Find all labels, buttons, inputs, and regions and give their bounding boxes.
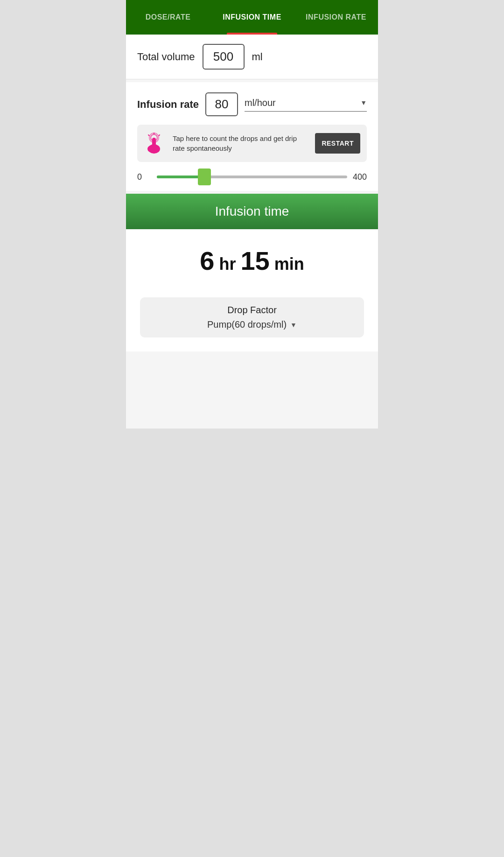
svg-point-4 bbox=[147, 146, 152, 152]
tap-banner[interactable]: Tap here to count the drops and get drip… bbox=[137, 125, 367, 162]
total-volume-row: Total volume 500 ml bbox=[137, 44, 367, 70]
restart-button[interactable]: RESTART bbox=[315, 133, 360, 154]
infusion-rate-unit-text: ml/hour bbox=[245, 98, 276, 108]
drop-factor-dropdown-arrow: ▼ bbox=[290, 321, 297, 329]
infusion-rate-unit-dropdown[interactable]: ml/hour ▼ bbox=[245, 98, 367, 112]
result-value-row: 6 hr 15 min bbox=[126, 229, 378, 288]
slider-thumb[interactable] bbox=[198, 169, 211, 185]
result-section: Infusion time 6 hr 15 min Drop Factor Pu… bbox=[126, 194, 378, 351]
phone-screen: DOSE/RATE INFUSION TIME INFUSION RATE To… bbox=[126, 0, 378, 428]
total-volume-section: Total volume 500 ml bbox=[126, 35, 378, 79]
drop-factor-value: Pump(60 drops/ml) bbox=[207, 319, 287, 330]
slider-track-fill bbox=[157, 176, 204, 178]
infusion-rate-row: Infusion rate 80 ml/hour ▼ bbox=[137, 92, 367, 116]
total-volume-input[interactable]: 500 bbox=[203, 44, 245, 70]
svg-rect-3 bbox=[152, 138, 156, 147]
result-header: Infusion time bbox=[126, 194, 378, 229]
result-minutes: 15 bbox=[240, 248, 269, 274]
infusion-rate-label: Infusion rate bbox=[137, 98, 199, 111]
tab-dose-rate-label: DOSE/RATE bbox=[146, 13, 191, 21]
tab-dose-rate[interactable]: DOSE/RATE bbox=[126, 0, 210, 35]
drop-factor-section: Drop Factor Pump(60 drops/ml) ▼ bbox=[126, 288, 378, 351]
tab-infusion-rate-label: INFUSION RATE bbox=[306, 13, 366, 21]
drop-factor-label: Drop Factor bbox=[227, 305, 277, 316]
slider-container[interactable] bbox=[157, 170, 347, 183]
drop-factor-box[interactable]: Drop Factor Pump(60 drops/ml) ▼ bbox=[140, 297, 364, 337]
slider-max-label: 400 bbox=[353, 172, 367, 182]
slider-row: 0 400 bbox=[137, 170, 367, 183]
svg-line-6 bbox=[148, 135, 149, 136]
drop-factor-dropdown[interactable]: Pump(60 drops/ml) ▼ bbox=[207, 319, 297, 330]
tap-hand-icon bbox=[144, 131, 166, 155]
tab-infusion-time-label: INFUSION TIME bbox=[223, 13, 281, 21]
tab-bar: DOSE/RATE INFUSION TIME INFUSION RATE bbox=[126, 0, 378, 35]
total-volume-value: 500 bbox=[213, 49, 233, 63]
tab-infusion-rate[interactable]: INFUSION RATE bbox=[294, 0, 378, 35]
result-header-text: Infusion time bbox=[215, 204, 289, 218]
result-hours: 6 bbox=[200, 248, 214, 274]
tap-banner-text: Tap here to count the drops and get drip… bbox=[173, 133, 308, 153]
total-volume-unit: ml bbox=[252, 51, 263, 63]
svg-line-7 bbox=[159, 135, 160, 136]
infusion-rate-value: 80 bbox=[215, 97, 229, 111]
result-hr-label: hr bbox=[219, 254, 236, 274]
slider-min-label: 0 bbox=[137, 172, 151, 182]
total-volume-label: Total volume bbox=[137, 51, 195, 63]
tab-infusion-time[interactable]: INFUSION TIME bbox=[210, 0, 294, 35]
result-min-label: min bbox=[274, 254, 304, 274]
infusion-rate-dropdown-arrow: ▼ bbox=[360, 99, 367, 106]
infusion-rate-section: Infusion rate 80 ml/hour ▼ bbox=[126, 82, 378, 191]
infusion-rate-input[interactable]: 80 bbox=[205, 92, 238, 116]
